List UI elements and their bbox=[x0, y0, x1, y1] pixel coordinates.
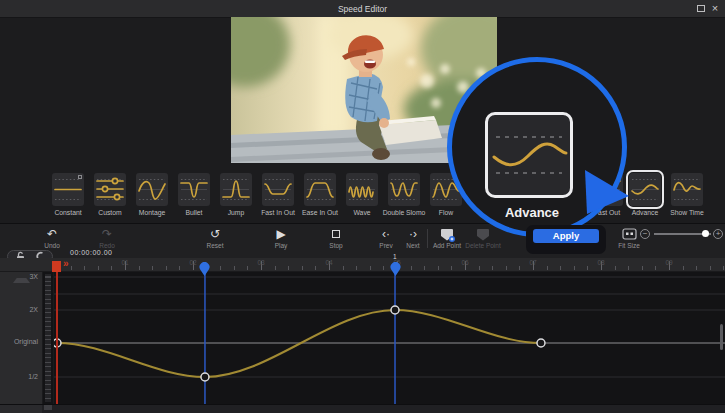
undo-button[interactable]: ↶ Undo bbox=[32, 227, 72, 249]
preset-tile-constant[interactable] bbox=[52, 173, 84, 206]
playhead-flag[interactable] bbox=[52, 261, 61, 272]
magnified-advance-tile bbox=[485, 112, 573, 198]
preset-tile-advance[interactable] bbox=[629, 173, 661, 206]
timeline-ruler[interactable]: 010203040506070809 bbox=[0, 258, 725, 272]
keyframe-point[interactable] bbox=[537, 339, 545, 347]
undo-icon: ↶ bbox=[32, 227, 72, 241]
redo-button[interactable]: ↷ Redo bbox=[87, 227, 127, 249]
delete-point-button[interactable]: Delete Point bbox=[458, 227, 508, 249]
preset-label: Show Time bbox=[657, 209, 717, 216]
y-axis-label: Original bbox=[14, 338, 38, 347]
preset-tile-show_time[interactable] bbox=[671, 173, 703, 206]
ruler-label: 08 bbox=[593, 259, 609, 266]
ruler-label: 01 bbox=[117, 259, 133, 266]
ruler-label: 03 bbox=[253, 259, 269, 266]
apply-button[interactable]: Apply bbox=[533, 229, 599, 243]
zoom-in-icon[interactable]: + bbox=[713, 229, 723, 239]
speed-editor-window: Speed Editor × bbox=[0, 0, 725, 413]
preset-tile-bullet[interactable] bbox=[178, 173, 210, 206]
close-icon[interactable]: × bbox=[709, 0, 721, 18]
stop-icon bbox=[316, 227, 356, 241]
bottom-bar-left bbox=[0, 405, 42, 413]
apply-container: Apply bbox=[526, 225, 606, 254]
playhead-line[interactable] bbox=[56, 262, 58, 404]
title-bar: Speed Editor × bbox=[0, 0, 725, 18]
preset-tile-wave[interactable] bbox=[346, 173, 378, 206]
timeline-marker-pin[interactable] bbox=[199, 262, 210, 277]
scale-strip-end bbox=[44, 405, 52, 410]
ruler-label: 07 bbox=[525, 259, 541, 266]
y-axis-label: 2X bbox=[29, 306, 38, 315]
reset-button[interactable]: ↺ Reset bbox=[195, 227, 235, 249]
graph-plot[interactable] bbox=[54, 272, 725, 404]
reset-icon: ↺ bbox=[195, 227, 235, 241]
preset-tile-jump[interactable] bbox=[220, 173, 252, 206]
stop-button[interactable]: Stop bbox=[316, 227, 356, 249]
marker-number: 1 bbox=[393, 253, 397, 260]
playhead-chevrons-icon: » bbox=[63, 258, 69, 269]
maximize-icon[interactable] bbox=[697, 5, 705, 12]
y-axis-label: 3X bbox=[29, 273, 38, 282]
preset-tile-montage[interactable] bbox=[136, 173, 168, 206]
y-axis-label: 1/2 bbox=[28, 373, 38, 382]
ruler-label: 09 bbox=[661, 259, 677, 266]
zoom-out-icon[interactable]: − bbox=[640, 229, 650, 239]
play-icon: ▶ bbox=[261, 227, 301, 241]
preset-tile-custom[interactable] bbox=[94, 173, 126, 206]
keyframe-point[interactable] bbox=[391, 306, 399, 314]
ruler-label: 04 bbox=[321, 259, 337, 266]
play-button[interactable]: ▶ Play bbox=[261, 227, 301, 249]
redo-icon: ↷ bbox=[87, 227, 127, 241]
tile-checkbox[interactable] bbox=[78, 175, 82, 179]
graph-scale-strip[interactable] bbox=[42, 272, 54, 404]
timeline-marker-pin[interactable] bbox=[390, 262, 401, 277]
vertical-scrollbar[interactable] bbox=[720, 324, 723, 350]
timecode: 00:00:00.00 bbox=[70, 249, 112, 256]
zoom-slider-knob[interactable] bbox=[702, 230, 709, 237]
ruler-label: 06 bbox=[457, 259, 473, 266]
magnifier-pointer-icon bbox=[580, 165, 632, 217]
window-title: Speed Editor bbox=[0, 0, 725, 18]
graph-y-axis: 3X2XOriginal1/2 bbox=[0, 272, 42, 413]
preset-tile-ease_in_out[interactable] bbox=[304, 173, 336, 206]
preset-tile-fast_in_out[interactable] bbox=[262, 173, 294, 206]
preset-tile-double_slomo[interactable] bbox=[388, 173, 420, 206]
keyframe-point[interactable] bbox=[201, 373, 209, 381]
horizontal-scroll-track[interactable] bbox=[0, 404, 725, 413]
